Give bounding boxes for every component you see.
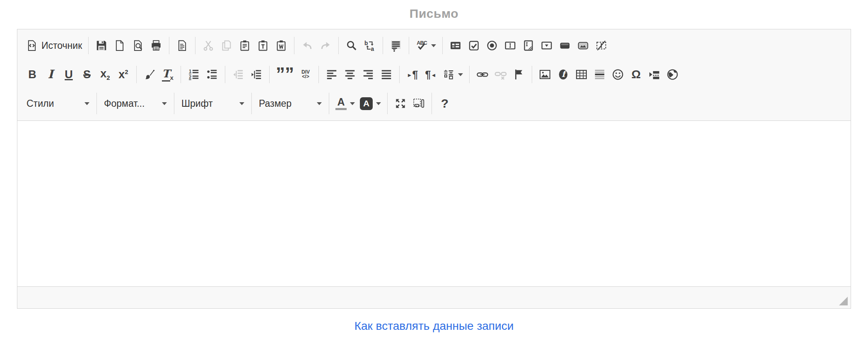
underline-icon: U	[65, 69, 73, 80]
image-button-button[interactable]	[574, 36, 592, 55]
resize-handle-icon[interactable]	[839, 297, 848, 305]
link-button[interactable]	[473, 65, 492, 84]
superscript-button[interactable]: x2	[114, 65, 133, 84]
special-char-button[interactable]: Ω	[627, 65, 645, 84]
select-all-button[interactable]	[387, 36, 405, 55]
cut-icon	[202, 39, 215, 52]
align-center-icon	[344, 68, 356, 81]
page-break-button[interactable]	[645, 65, 663, 84]
preview-button[interactable]	[129, 36, 147, 55]
indent-button[interactable]	[247, 65, 265, 84]
iframe-button[interactable]	[663, 65, 682, 84]
undo-button	[298, 36, 316, 55]
unlink-icon	[494, 68, 507, 81]
text-color-button[interactable]: A	[333, 94, 357, 113]
subscript-button[interactable]: x2	[96, 65, 114, 84]
align-left-button[interactable]	[323, 65, 341, 84]
toolbar-group-separator	[169, 37, 169, 54]
strike-icon: S	[83, 69, 91, 80]
templates-button[interactable]	[173, 36, 191, 55]
blockquote-button[interactable]: ””	[273, 65, 297, 84]
format-combo[interactable]: Формат...	[101, 94, 170, 113]
button-field-button[interactable]	[556, 36, 574, 55]
align-justify-button[interactable]	[377, 65, 395, 84]
help-link[interactable]: Как вставлять данные записи	[354, 319, 514, 332]
image-icon	[539, 68, 551, 81]
bidi-ltr-button[interactable]: ►¶	[403, 65, 422, 84]
copy-button	[217, 36, 236, 55]
paste-as-text-button[interactable]	[254, 36, 272, 55]
editor-content-area[interactable]	[17, 121, 851, 286]
toolbar-group-separator	[409, 37, 409, 54]
bidi-rtl-button[interactable]: ¶◄	[422, 65, 440, 84]
horizontal-rule-button[interactable]	[591, 65, 609, 84]
show-blocks-button[interactable]	[410, 94, 428, 113]
font-combo[interactable]: Шрифт	[178, 94, 248, 113]
align-right-button[interactable]	[359, 65, 377, 84]
undo-icon	[301, 39, 313, 52]
maximize-icon	[394, 97, 407, 110]
sup-icon: x2	[118, 69, 128, 80]
radio-button[interactable]	[483, 36, 501, 55]
styles-combo[interactable]: Стили	[23, 94, 93, 113]
underline-button[interactable]: U	[60, 65, 78, 84]
save-button[interactable]	[92, 36, 111, 55]
new-page-button[interactable]	[111, 36, 129, 55]
textarea-button[interactable]	[519, 36, 538, 55]
table-button[interactable]	[572, 65, 591, 84]
hidden-field-icon	[595, 39, 608, 52]
text-field-button[interactable]	[501, 36, 519, 55]
align-center-button[interactable]	[341, 65, 359, 84]
print-button[interactable]	[147, 36, 165, 55]
form-button[interactable]	[446, 36, 465, 55]
toolbar-group-separator	[442, 37, 443, 54]
bulleted-list-button[interactable]	[203, 65, 221, 84]
maximize-button[interactable]	[391, 94, 410, 113]
italic-button[interactable]: I	[41, 65, 60, 84]
flash-icon: f	[557, 68, 569, 81]
div-container-button[interactable]: DIV</>	[297, 65, 315, 84]
italic-icon: I	[48, 69, 53, 80]
redo-icon	[319, 39, 332, 52]
numbered-list-button[interactable]: 12	[185, 65, 203, 84]
size-combo[interactable]: Размер	[256, 94, 325, 113]
table-icon	[575, 68, 588, 81]
toolbar-group-separator	[136, 66, 137, 83]
flash-button[interactable]: f	[554, 65, 572, 84]
special-char-icon: Ω	[632, 69, 641, 80]
anchor-button[interactable]	[510, 65, 528, 84]
paste-from-word-button[interactable]	[272, 36, 290, 55]
copy-formatting-button[interactable]	[140, 65, 159, 84]
toolbar-row-1: ИсточникbaABC	[23, 31, 845, 60]
elements-path-bar	[17, 286, 851, 308]
bidi-rtl-icon: ¶◄	[425, 69, 436, 81]
toolbar-group-separator	[329, 93, 329, 114]
replace-icon: ba	[364, 39, 376, 52]
show-blocks-icon	[412, 97, 425, 110]
templates-icon	[176, 39, 188, 52]
page-title: Письмо	[0, 0, 868, 21]
remove-format-button[interactable]: Tx	[159, 65, 177, 84]
toolbar-group-separator	[294, 37, 294, 54]
spellcheck-icon: ABC	[415, 39, 428, 52]
spellcheck-button[interactable]: ABC	[413, 36, 439, 55]
svg-text:2: 2	[189, 74, 191, 79]
strikethrough-button[interactable]: S	[78, 65, 96, 84]
replace-button[interactable]: ba	[361, 36, 379, 55]
paste-button[interactable]	[236, 36, 254, 55]
bold-button[interactable]: B	[23, 65, 41, 84]
toolbar-group-separator	[469, 66, 470, 83]
checkbox-button[interactable]	[465, 36, 483, 55]
bg-color-button[interactable]: A	[357, 94, 383, 113]
language-button[interactable]	[440, 65, 465, 84]
source-button[interactable]: Источник	[23, 36, 84, 55]
align-justify-icon	[380, 68, 393, 81]
hidden-field-button[interactable]	[592, 36, 610, 55]
find-button[interactable]	[342, 36, 361, 55]
image-button[interactable]	[536, 65, 554, 84]
align-left-icon	[326, 68, 338, 81]
about-button[interactable]: ?	[436, 94, 454, 113]
preview-icon	[132, 39, 144, 52]
smiley-button[interactable]	[609, 65, 627, 84]
select-field-button[interactable]	[538, 36, 556, 55]
